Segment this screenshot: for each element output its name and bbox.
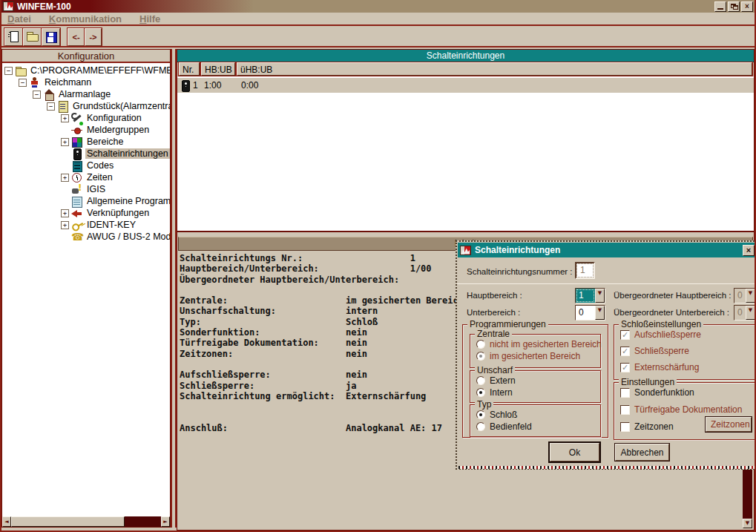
wrench-icon xyxy=(71,113,83,124)
tree-item-verkn-pfungen[interactable]: +Verknüpfungen xyxy=(2,207,170,219)
radio-icon xyxy=(476,422,485,431)
ueber-unterbereich-select[interactable]: 0 ▼ xyxy=(734,305,756,321)
radio-nicht-im-gesicherten-bereich[interactable]: nicht im gesicherten Bereich xyxy=(476,339,600,349)
unterbereich-select[interactable]: 0 ▼ xyxy=(575,305,605,321)
radio-schloss[interactable]: Schloß xyxy=(476,410,600,420)
plus-expand-box[interactable]: + xyxy=(61,138,69,146)
menu-hilfe[interactable]: Hilfe xyxy=(139,13,160,24)
group-einstellungen: Einstellungen Sonderfunktion Türfreigabe… xyxy=(614,382,756,440)
folder-icon xyxy=(15,65,27,76)
checkbox-tuerfreigabe[interactable]: Türfreigabe Dokumentation xyxy=(620,404,755,415)
save-floppy-icon xyxy=(45,31,56,42)
schalteinrichtungsnummer-input[interactable]: 1 xyxy=(575,262,595,279)
unterbereich-label: Unterbereich : xyxy=(467,308,520,317)
dropdown-arrow-icon[interactable]: ▼ xyxy=(746,306,755,320)
clock-icon xyxy=(71,172,83,183)
scroll-down-button[interactable]: ▼ xyxy=(743,519,752,528)
house-icon xyxy=(43,89,55,100)
close-button[interactable]: × xyxy=(741,1,753,12)
group-typ: Typ Schloß Bedienfeld xyxy=(470,404,601,437)
tree-item-allgemeine-programmier[interactable]: Allgemeine Programmier xyxy=(2,195,170,207)
minus-expand-box[interactable]: − xyxy=(19,79,27,87)
tree-item-alarmanlage[interactable]: −Alarmanlage xyxy=(2,88,170,100)
hauptbereich-select[interactable]: 1 ▼ xyxy=(575,288,605,303)
minus-expand-box[interactable]: − xyxy=(33,91,41,99)
list-body xyxy=(177,93,754,231)
phone-icon xyxy=(71,231,83,243)
minus-expand-box[interactable]: − xyxy=(47,102,55,111)
number-label: Schalteinrichtungsnummer : xyxy=(467,267,573,276)
radio-im-gesicherten-bereich[interactable]: im gesicherten Bereich xyxy=(476,351,600,361)
minimize-button[interactable] xyxy=(714,1,726,12)
plus-expand-box[interactable]: + xyxy=(61,221,69,229)
checkbox-aufschliesssperre[interactable]: ✓ Aufschließsperre xyxy=(620,329,755,340)
dropdown-arrow-icon[interactable]: ▼ xyxy=(595,306,605,320)
checkbox-externschaerfung[interactable]: ✓ Externschärfung xyxy=(620,362,755,372)
configuration-panel: Konfiguration −C:\PROGRAMME\EFFEFF\WFMB1… xyxy=(1,49,171,528)
save-button[interactable] xyxy=(42,28,60,46)
tree-item-igis[interactable]: IGIS xyxy=(2,183,170,195)
ueber-hauptbereich-label: Übergeordneter Hauptbereich : xyxy=(614,291,732,300)
tree-item-reichmann[interactable]: −Reichmann xyxy=(2,76,170,88)
scroll-left-button[interactable]: ◄ xyxy=(2,516,11,527)
checkbox-icon xyxy=(620,388,630,398)
igis-icon xyxy=(71,184,83,195)
column-header-hbub[interactable]: HB:UB xyxy=(201,62,235,76)
panel-splitter[interactable] xyxy=(171,49,177,528)
tree-item-awug-bus-2-modem[interactable]: AWUG / BUS-2 Modem xyxy=(2,231,170,243)
plus-expand-box[interactable]: + xyxy=(61,174,69,182)
link-icon xyxy=(71,208,83,219)
tree-item-konfiguration[interactable]: +Konfiguration xyxy=(2,112,170,124)
dialog-close-button[interactable]: × xyxy=(743,245,755,256)
tree-item-bereiche[interactable]: +Bereiche xyxy=(2,136,170,148)
winfem-logo-icon xyxy=(460,246,471,255)
column-header-nr[interactable]: Nr. xyxy=(179,62,200,76)
restore-button[interactable] xyxy=(728,1,740,12)
forward-button[interactable]: -> xyxy=(85,28,102,46)
checkbox-sonderfunktion[interactable]: Sonderfunktion xyxy=(620,387,755,398)
tree-item-schalteinrichtungen[interactable]: Schalteinrichtungen xyxy=(2,148,170,160)
node-icon xyxy=(71,125,83,136)
panel-icon xyxy=(57,101,69,112)
dropdown-arrow-icon[interactable]: ▼ xyxy=(595,289,605,303)
open-file-button[interactable] xyxy=(23,28,42,46)
open-folder-icon xyxy=(27,31,38,42)
cancel-button[interactable]: Abbrechen xyxy=(615,444,669,461)
zeitzonen-button[interactable]: Zeitzonen xyxy=(706,417,752,432)
tree-item-codes[interactable]: Codes xyxy=(2,160,170,171)
radio-intern[interactable]: Intern xyxy=(476,387,600,398)
menu-datei[interactable]: Datei xyxy=(7,13,31,24)
plus-expand-box[interactable]: + xyxy=(61,209,69,217)
tree-item-zeiten[interactable]: +Zeiten xyxy=(2,171,170,183)
schalteinrichtungen-list-panel: Schalteinrichtungen Nr. HB:UB üHB:UB 1 1… xyxy=(177,49,755,231)
plus-expand-box[interactable]: + xyxy=(61,114,69,122)
tree-horizontal-scrollbar[interactable]: ◄ ► xyxy=(2,516,170,527)
ok-button[interactable]: Ok xyxy=(550,443,599,462)
new-file-button[interactable] xyxy=(4,28,23,46)
scroll-right-button[interactable]: ► xyxy=(161,516,170,527)
row-hbub: 1:00 xyxy=(201,80,238,91)
radio-selected-icon xyxy=(476,352,485,361)
back-button[interactable]: <- xyxy=(68,28,85,46)
menu-kommunikation[interactable]: Kommunikation xyxy=(49,13,122,24)
minus-expand-box[interactable]: − xyxy=(4,67,13,75)
tree-item-grundst-ck-alarmzentrale-5[interactable]: −Grundstück(Alarmzentrale 5 xyxy=(2,100,170,112)
checkbox-icon xyxy=(620,405,630,415)
radio-extern[interactable]: Extern xyxy=(476,375,600,386)
radio-bedienfeld[interactable]: Bedienfeld xyxy=(476,421,600,432)
tree-item-c-programme-effeff-wfmb100[interactable]: −C:\PROGRAMME\EFFEFF\WFMB100\ xyxy=(2,65,170,76)
menu-bar: DateiKommunikationHilfe xyxy=(1,13,755,26)
checkbox-schliesssperre[interactable]: ✓ Schließsperre xyxy=(620,346,755,356)
tree-item-meldergruppen[interactable]: Meldergruppen xyxy=(2,124,170,136)
ueber-hauptbereich-select[interactable]: 0 ▼ xyxy=(734,288,756,303)
checkbox-checked-icon: ✓ xyxy=(620,347,630,356)
table-row[interactable]: 1 1:00 0:00 xyxy=(177,78,754,93)
dropdown-arrow-icon[interactable]: ▼ xyxy=(746,289,755,303)
config-panel-title: Konfiguration xyxy=(2,50,170,63)
tree-item-ident-key[interactable]: +IDENT-KEY xyxy=(2,219,170,231)
column-header-uhbub[interactable]: üHB:UB xyxy=(237,62,752,76)
scroll-thumb[interactable] xyxy=(11,516,125,527)
list-icon xyxy=(71,196,83,207)
winfem-logo-icon xyxy=(3,1,14,11)
person-icon xyxy=(29,77,41,88)
